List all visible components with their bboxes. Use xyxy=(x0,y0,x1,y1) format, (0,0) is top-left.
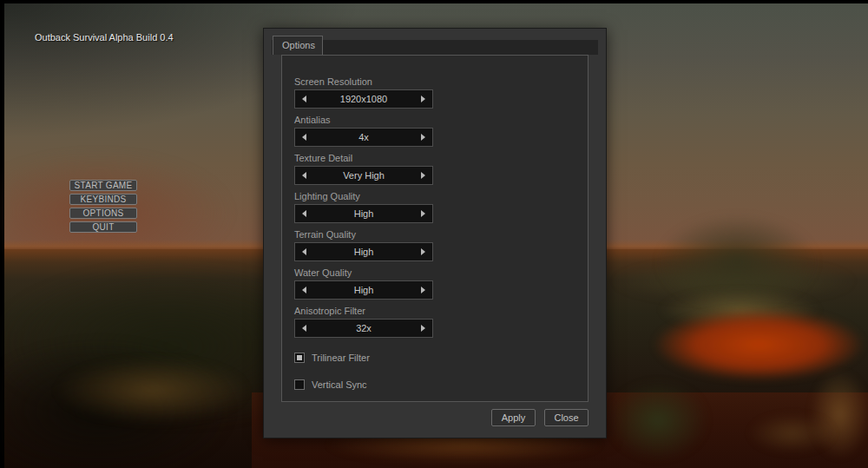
lit-foliage-right xyxy=(733,406,851,460)
arrow-left-icon[interactable] xyxy=(302,172,306,179)
options-button[interactable]: OPTIONS xyxy=(69,208,137,219)
antialias-selector[interactable]: 4x xyxy=(294,128,433,147)
arrow-left-icon[interactable] xyxy=(302,248,306,255)
selector-value: High xyxy=(295,285,432,295)
checkbox-label: Vertical Sync xyxy=(312,379,367,390)
quit-button[interactable]: QUIT xyxy=(69,221,137,233)
setting-label: Screen Resolution xyxy=(294,76,588,88)
setting-label: Water Quality xyxy=(294,267,588,279)
selector-value: High xyxy=(295,247,432,257)
texture-detail-selector[interactable]: Very High xyxy=(294,166,433,185)
setting-label: Terrain Quality xyxy=(294,229,588,241)
setting-label: Texture Detail xyxy=(294,153,588,164)
selector-value: 4x xyxy=(295,132,432,142)
checkbox-label: Trilinear Filter xyxy=(312,353,370,363)
checkmark-icon xyxy=(297,355,302,360)
terrain-quality-selector[interactable]: High xyxy=(294,242,433,261)
game-screen: Outback Survival Alpha Build 0.4 START G… xyxy=(0,0,868,468)
start-game-button[interactable]: START GAME xyxy=(69,180,137,191)
arrow-left-icon[interactable] xyxy=(302,134,306,141)
options-dialog: Options Screen Resolution 1920x1080 Anti… xyxy=(263,28,607,438)
arrow-right-icon[interactable] xyxy=(421,210,425,217)
tab-options[interactable]: Options xyxy=(273,36,323,55)
selector-value: 32x xyxy=(295,323,432,333)
screen-resolution-selector[interactable]: 1920x1080 xyxy=(294,89,433,109)
trilinear-filter-checkbox[interactable] xyxy=(294,353,305,363)
setting-texture-detail: Texture Detail Very High xyxy=(294,153,588,185)
setting-terrain-quality: Terrain Quality High xyxy=(294,229,588,261)
arrow-right-icon[interactable] xyxy=(421,96,425,102)
setting-label: Lighting Quality xyxy=(294,191,588,202)
keybinds-button[interactable]: KEYBINDS xyxy=(69,194,137,205)
setting-label: Antialias xyxy=(294,115,588,126)
arrow-right-icon[interactable] xyxy=(421,248,425,255)
apply-button[interactable]: Apply xyxy=(491,409,536,426)
vertical-sync-checkbox[interactable] xyxy=(294,379,305,390)
trilinear-filter-row[interactable]: Trilinear Filter xyxy=(294,353,588,363)
selector-value: High xyxy=(295,208,432,219)
arrow-left-icon[interactable] xyxy=(302,210,306,217)
arrow-right-icon[interactable] xyxy=(421,325,425,332)
arrow-right-icon[interactable] xyxy=(421,134,425,141)
arrow-right-icon[interactable] xyxy=(421,172,425,179)
settings-panel: Screen Resolution 1920x1080 Antialias 4x… xyxy=(281,55,589,402)
arrow-left-icon[interactable] xyxy=(302,96,306,102)
arrow-left-icon[interactable] xyxy=(302,287,306,293)
arrow-left-icon[interactable] xyxy=(302,325,306,332)
setting-antialias: Antialias 4x xyxy=(294,115,588,147)
dialog-button-row: Apply Close xyxy=(491,409,589,426)
selector-value: Very High xyxy=(295,170,432,181)
selector-value: 1920x1080 xyxy=(295,94,432,104)
vertical-sync-row[interactable]: Vertical Sync xyxy=(294,379,588,390)
setting-water-quality: Water Quality High xyxy=(294,267,588,300)
close-button[interactable]: Close xyxy=(544,409,589,426)
setting-screen-resolution: Screen Resolution 1920x1080 xyxy=(294,76,588,109)
game-title: Outback Survival Alpha Build 0.4 xyxy=(35,32,174,43)
setting-anisotropic-filter: Anisotropic Filter 32x xyxy=(294,306,588,338)
setting-label: Anisotropic Filter xyxy=(294,306,588,317)
setting-lighting-quality: Lighting Quality High xyxy=(294,191,588,223)
anisotropic-filter-selector[interactable]: 32x xyxy=(294,319,433,338)
water-quality-selector[interactable]: High xyxy=(294,280,433,300)
arrow-right-icon[interactable] xyxy=(421,287,425,293)
lighting-quality-selector[interactable]: High xyxy=(294,204,433,223)
main-menu: START GAME KEYBINDS OPTIONS QUIT xyxy=(69,180,137,233)
lit-grass-tufts xyxy=(35,347,269,434)
